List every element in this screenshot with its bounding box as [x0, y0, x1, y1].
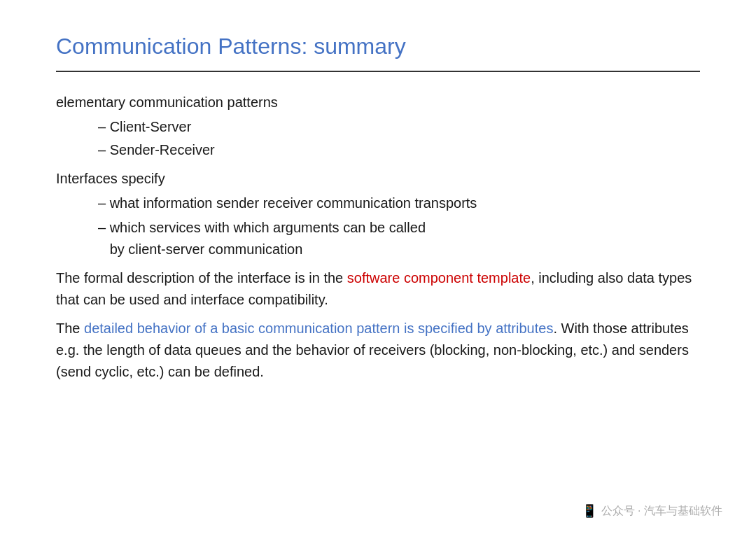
slide-title: Communication Patterns: summary — [56, 34, 700, 59]
content-area: elementary communication patterns – Clie… — [56, 92, 700, 383]
paragraph2-blue-text: detailed behavior of a basic communicati… — [84, 321, 553, 336]
watermark-text: 公众号 · 汽车与基础软件 — [601, 504, 722, 519]
item-elementary: elementary communication patterns — [56, 92, 700, 113]
paragraph2-before-blue: The — [56, 321, 84, 336]
item-interfaces-specify: Interfaces specify — [56, 168, 700, 190]
section-interfaces: Interfaces specify – what information se… — [56, 168, 700, 260]
paragraph1-red-text: software component template — [347, 270, 531, 286]
item-client-server: – Client-Server — [56, 116, 700, 138]
wechat-icon: 📱 — [582, 503, 597, 519]
slide-container: Communication Patterns: summary elementa… — [0, 0, 756, 534]
paragraph-detailed-behavior: The detailed behavior of a basic communi… — [56, 318, 700, 383]
watermark: 📱 公众号 · 汽车与基础软件 — [582, 503, 722, 519]
divider — [56, 71, 700, 72]
item-which-services: – which services with which arguments ca… — [56, 217, 700, 260]
paragraph1-before-red: The formal description of the interface … — [56, 270, 347, 286]
item-what-information: – what information sender receiver commu… — [56, 192, 700, 214]
item-sender-receiver: – Sender-Receiver — [56, 139, 700, 161]
section-elementary: elementary communication patterns – Clie… — [56, 92, 700, 161]
paragraph-formal-description: The formal description of the interface … — [56, 267, 700, 311]
